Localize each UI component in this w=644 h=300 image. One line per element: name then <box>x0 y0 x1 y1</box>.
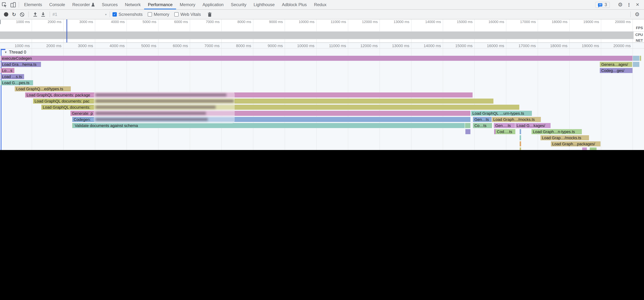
flame-bar[interactable]: Load G…kages/ <box>515 123 550 128</box>
load-profile-icon[interactable] <box>31 11 39 18</box>
thread-track-header[interactable]: ▼ Thread 0 <box>4 50 26 55</box>
flame-bar[interactable]: Lo…s <box>0 68 14 73</box>
ruler-tick-label: 12000 ms <box>347 20 378 24</box>
ruler-tick-label: 13000 ms <box>378 44 409 48</box>
ruler-tick-label: 3000 ms <box>62 44 93 48</box>
checkbox-label: Screenshots <box>118 12 142 17</box>
redacted-text <box>96 106 216 108</box>
settings-gear-icon[interactable]: ⚙ <box>616 2 624 8</box>
issues-count: 3 <box>605 2 607 7</box>
overview-scroll-thumb[interactable] <box>0 20 1 24</box>
flame-bar-block[interactable] <box>466 129 470 134</box>
flame-bar[interactable]: Load G…pes.ts <box>0 80 33 85</box>
flame-bar-block[interactable] <box>582 147 587 150</box>
checkbox-screenshots[interactable]: ✓Screenshots <box>112 12 142 17</box>
flame-bar-block[interactable] <box>465 123 470 128</box>
flame-bar-block[interactable] <box>520 141 521 146</box>
flame-bar[interactable]: Genera…ages/ <box>600 62 632 67</box>
device-toolbar-icon[interactable] <box>8 0 17 9</box>
checkbox-unchecked-icon[interactable] <box>174 12 178 17</box>
ruler-tick-label: 16000 ms <box>473 44 504 48</box>
tab-label: Elements <box>24 2 42 7</box>
ruler-tick-label: 10000 ms <box>284 44 314 48</box>
tab-sources[interactable]: Sources <box>98 0 121 9</box>
flame-bar-block[interactable] <box>633 56 639 61</box>
tabbar-right-controls: 3 ⚙ ⋮ ✕ <box>595 0 644 9</box>
toolbar-checkboxes: ✓ScreenshotsMemoryWeb Vitals <box>112 12 206 17</box>
tab-redux[interactable]: Redux <box>310 0 330 9</box>
flame-bar-label: Load GraphQL documents: pac <box>34 99 90 103</box>
cpu-activity-band <box>0 32 634 39</box>
flame-chart[interactable]: 1000 ms2000 ms3000 ms4000 ms5000 ms6000 … <box>0 43 644 150</box>
ruler-tick-label: 17000 ms <box>505 44 536 48</box>
flame-bar-block[interactable] <box>590 147 596 150</box>
collapse-triangle-icon: ▼ <box>4 51 7 54</box>
flame-bar[interactable]: Co…ts <box>473 123 492 128</box>
flame-bar[interactable]: Validate documents against schema <box>73 123 464 128</box>
flame-bar[interactable]: Load Gra…hema.ts <box>0 62 41 67</box>
tab-adblock-plus[interactable]: Adblock Plus <box>278 0 310 9</box>
tab-security[interactable]: Security <box>227 0 250 9</box>
flame-bar-label: Codegen: <box>74 117 91 121</box>
reload-and-record-icon[interactable]: ↻ <box>10 11 18 18</box>
flame-bar-block[interactable] <box>640 56 641 61</box>
flame-bar-label: Load Graph…n-types.ts <box>533 129 575 134</box>
tab-network[interactable]: Network <box>121 0 144 9</box>
flame-bar-block[interactable] <box>520 135 521 140</box>
redacted-text <box>96 100 234 102</box>
flame-bar[interactable]: Load Graph…n-types.ts <box>532 129 582 134</box>
save-profile-icon[interactable] <box>39 11 47 18</box>
flame-bar-block[interactable] <box>520 147 521 150</box>
tab-memory[interactable]: Memory <box>176 0 199 9</box>
tab-console[interactable]: Console <box>46 0 69 9</box>
flame-bar-label: Generate: p <box>72 111 93 115</box>
checkbox-checked-icon[interactable]: ✓ <box>112 12 117 17</box>
capture-settings-gear-icon[interactable]: ⚙ <box>633 11 641 18</box>
issues-button[interactable]: 3 <box>595 2 610 8</box>
clear-recordings-icon[interactable] <box>18 11 26 18</box>
ruler-tick-label: 9000 ms <box>252 44 283 48</box>
history-select[interactable]: #1 ▼ <box>52 12 107 17</box>
flame-bar[interactable]: Load GraphQ…ed/types.ts <box>15 86 71 91</box>
delete-recording-icon[interactable] <box>206 11 214 18</box>
flame-bar[interactable]: Load GraphQL …urn-types.ts <box>471 111 532 116</box>
ruler-tick-label: 12000 ms <box>347 44 378 48</box>
flame-bar-label: Load Graph…/mocks.ts <box>493 117 535 121</box>
flame-bar[interactable]: Load …s.ts <box>0 74 24 79</box>
checkbox-label: Memory <box>154 12 169 17</box>
flame-bar[interactable]: Load Graph…packages/ <box>551 141 600 146</box>
tab-elements[interactable]: Elements <box>20 0 46 9</box>
flame-bar-label: Load …s.ts <box>2 74 22 79</box>
checkbox-unchecked-icon[interactable] <box>148 12 152 17</box>
overview-playhead[interactable] <box>66 20 67 43</box>
divider <box>110 12 110 17</box>
inspect-element-icon[interactable] <box>0 0 8 9</box>
flame-bar-label: Co…ts <box>474 123 486 128</box>
more-options-icon[interactable]: ⋮ <box>624 2 633 7</box>
flame-bar[interactable]: Load Grap…/mocks.ts <box>540 135 589 140</box>
flame-bar[interactable]: executeCodegen <box>0 56 632 61</box>
ruler-tick-label: 7000 ms <box>189 44 220 48</box>
timeline-overview[interactable]: 1000 ms2000 ms3000 ms4000 ms5000 ms6000 … <box>0 20 644 43</box>
close-devtools-icon[interactable]: ✕ <box>633 2 642 7</box>
checkbox-web-vitals[interactable]: Web Vitals <box>174 12 201 17</box>
flame-bar[interactable]: Load GraphQL documents: package <box>25 92 472 97</box>
tab-recorder[interactable]: Recorder <box>69 0 98 9</box>
flame-bar-block[interactable] <box>520 129 521 134</box>
tab-lighthouse[interactable]: Lighthouse <box>250 0 278 9</box>
flame-bar[interactable]: Gen….ts <box>494 123 515 128</box>
flame-bar[interactable]: Codeg…ges/ <box>600 68 632 73</box>
tab-performance[interactable]: Performance <box>144 0 176 9</box>
ruler-tick-label: 19000 ms <box>568 44 599 48</box>
checkbox-memory[interactable]: Memory <box>148 12 169 17</box>
flame-bar[interactable]: Gen…ts <box>473 117 492 122</box>
flame-bar-label: Cod….ts <box>497 129 512 134</box>
tab-application[interactable]: Application <box>199 0 227 9</box>
flame-bar[interactable]: Cod….ts <box>496 129 515 134</box>
redacted-text <box>96 93 226 96</box>
ruler-tick-label: 13000 ms <box>378 20 409 24</box>
flame-bar[interactable]: Load Graph…/mocks.ts <box>492 117 541 122</box>
flame-bar-block[interactable] <box>633 62 639 67</box>
record-button[interactable] <box>2 11 10 18</box>
ruler-tick-label: 5000 ms <box>126 44 156 48</box>
